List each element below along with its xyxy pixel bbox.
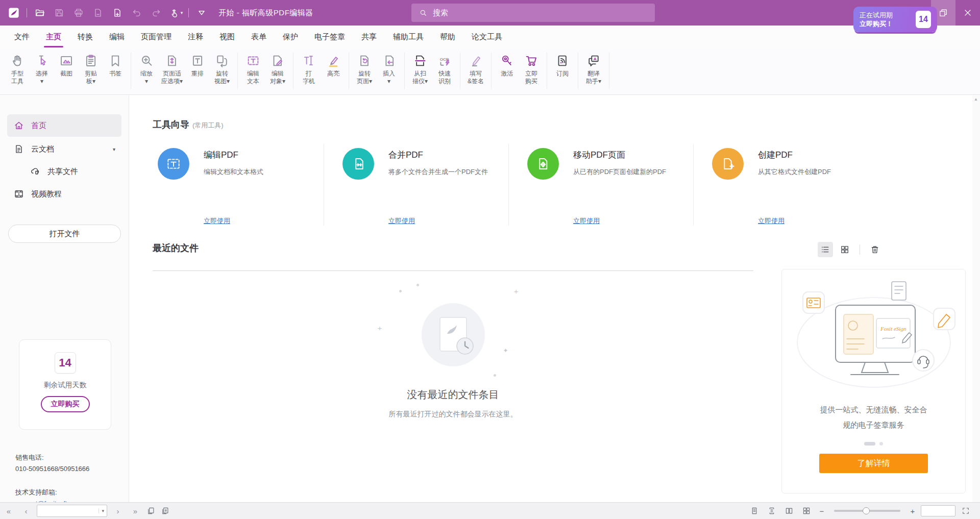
toolbar-edit-object-button[interactable]: 编辑对象▾	[266, 53, 289, 85]
zoom-value-box[interactable]	[921, 505, 955, 516]
menu-item-view[interactable]: 视图	[211, 26, 243, 48]
quick-access-buttons: ▾	[30, 4, 185, 22]
sidebar-item-shared-files[interactable]: 共享文件	[7, 161, 121, 182]
titlebar: ▾ 开始 - 福昕高级PDF编辑器 搜索 ▾ ▾	[0, 0, 980, 26]
previous-page-button[interactable]: ‹	[17, 507, 35, 515]
page-layout-a-button[interactable]	[144, 505, 158, 517]
toolbar-rotate-pages-button[interactable]: 旋转页面▾	[353, 53, 376, 85]
menu-item-edit[interactable]: 编辑	[101, 26, 133, 48]
fill-sign-icon	[468, 53, 483, 68]
zoom-in-button[interactable]: +	[908, 507, 918, 515]
toolbar-translate-assistant-button[interactable]: A翻译助手▾	[582, 53, 605, 85]
toolbar-select-tool-button[interactable]: 选择▾	[31, 53, 53, 85]
sidebar-item-video-tutorials[interactable]: 视频教程	[7, 183, 121, 205]
toolbar-edit-text-button[interactable]: 编辑文本	[242, 53, 264, 85]
toolbar-label-line: &签名	[468, 78, 484, 85]
toolbar-rotate-view-button[interactable]: 旋转视图▾	[211, 53, 233, 85]
next-page-button[interactable]: ›	[109, 507, 127, 515]
toolbar-clipboard-button[interactable]: 剪贴板▾	[80, 53, 102, 85]
toolbar-from-scanner-button[interactable]: 从扫描仪▾	[409, 53, 431, 85]
carousel-dot[interactable]	[879, 442, 883, 446]
toolbar-buy-now-button[interactable]: 立即购买	[520, 53, 543, 85]
single-page-view-button[interactable]	[747, 505, 762, 517]
create-pdf-use-now-link[interactable]: 立即使用	[758, 216, 785, 226]
toolbar-fill-sign-button[interactable]: 填写&签名	[464, 53, 487, 85]
card-top: 创建PDF从其它格式文件创建PDF	[712, 144, 878, 180]
menu-item-file[interactable]: 文件	[6, 26, 38, 48]
toolbar-insert-page-button[interactable]: 插入▾	[378, 53, 400, 85]
redo-button[interactable]	[146, 4, 166, 22]
card-top: 编辑PDF编辑文档和文本格式	[158, 144, 324, 180]
toolbar-page-fit-options-button[interactable]: 页面适应选项▾	[160, 53, 184, 85]
edit-pdf-use-now-link[interactable]: 立即使用	[204, 216, 230, 226]
menu-item-help[interactable]: 帮助	[432, 26, 463, 48]
menu-item-convert[interactable]: 转换	[69, 26, 101, 48]
scroll-up-arrow-icon[interactable]: ▲	[974, 97, 978, 102]
menu-item-form[interactable]: 表单	[243, 26, 275, 48]
toolbar-typewriter-button[interactable]: 打字机	[298, 53, 320, 85]
page-number-input[interactable]	[37, 506, 99, 515]
fullscreen-button[interactable]	[959, 505, 973, 517]
toolbar-zoom-button[interactable]: 缩放▾	[135, 53, 158, 85]
menu-item-paper-tools[interactable]: 论文工具	[463, 26, 510, 48]
menu-item-comment[interactable]: 注释	[180, 26, 211, 48]
menu-item-share[interactable]: 共享	[353, 26, 385, 48]
learn-more-button[interactable]: 了解详情	[819, 454, 928, 473]
toolbar-label-line: ▾	[36, 78, 48, 85]
close-button[interactable]	[955, 0, 980, 26]
touch-mode-button[interactable]: ▾	[166, 4, 185, 22]
toolbar-quick-ocr-button[interactable]: OCR快速识别	[433, 53, 456, 85]
facing-continuous-view-button[interactable]	[799, 505, 814, 517]
menu-item-accessibility[interactable]: 辅助工具	[385, 26, 432, 48]
search-input[interactable]: 搜索	[411, 4, 655, 22]
merge-pdf-use-now-link[interactable]: 立即使用	[388, 216, 415, 226]
continuous-view-button[interactable]	[765, 505, 779, 517]
toolbar-snapshot-button[interactable]: 截图	[55, 53, 78, 78]
menu-item-protect[interactable]: 保护	[275, 26, 306, 48]
toolbar-hand-tool-button[interactable]: 手型工具	[6, 53, 29, 85]
open-file-button[interactable]	[30, 4, 50, 22]
move-pdf-pages-use-now-link[interactable]: 立即使用	[573, 216, 600, 226]
trial-purchase-badge[interactable]: 正在试用期 立即购买！ 14	[853, 7, 937, 32]
sidebar-item-cloud-docs[interactable]: 云文档▾	[7, 138, 121, 160]
print-button[interactable]	[69, 4, 88, 22]
select-tool-icon-wrap	[34, 53, 50, 69]
save-button[interactable]	[50, 4, 69, 22]
page-box-caret-icon[interactable]: ▾	[99, 508, 107, 513]
translate-assistant-icon: A	[586, 53, 601, 68]
facing-view-button[interactable]	[782, 505, 796, 517]
toolbar-bookmark-button[interactable]: 书签	[104, 53, 127, 78]
open-file-button[interactable]: 打开文件	[8, 225, 121, 243]
toolbar-highlight-button[interactable]: 高亮	[322, 53, 345, 78]
collapse-ribbon-button[interactable]	[192, 4, 211, 22]
page-layout-b-button[interactable]	[158, 505, 173, 517]
delete-page-button[interactable]	[88, 4, 108, 22]
menu-item-page-manage[interactable]: 页面管理	[133, 26, 180, 48]
touch-mode-caret-icon[interactable]: ▾	[181, 10, 183, 15]
cloud-docs-caret-icon[interactable]: ▾	[113, 146, 115, 152]
grid-view-button[interactable]	[837, 242, 852, 257]
list-view-button[interactable]	[818, 242, 833, 257]
sidebar-item-home[interactable]: 首页	[7, 114, 121, 137]
toolbar-reflow-button[interactable]: 重排	[186, 53, 209, 78]
first-page-button[interactable]: «	[0, 507, 17, 515]
toolbar-activate-button[interactable]: 激活	[496, 53, 518, 78]
zoom-out-button[interactable]: −	[817, 507, 827, 515]
add-page-icon	[112, 7, 123, 18]
zoom-slider-handle[interactable]	[863, 507, 870, 514]
undo-button[interactable]	[127, 4, 146, 22]
last-page-button[interactable]: »	[127, 507, 144, 515]
carousel-dot-active[interactable]	[864, 442, 875, 446]
clear-recent-button[interactable]	[867, 242, 883, 257]
toolbar-label-line: 旋转	[214, 70, 230, 78]
highlight-icon	[326, 53, 341, 68]
menu-item-label: 视图	[219, 32, 235, 42]
zoom-slider[interactable]	[834, 510, 900, 512]
content-scrollbar[interactable]: ▲	[972, 95, 980, 502]
menu-item-home[interactable]: 主页	[38, 26, 69, 48]
buy-now-button[interactable]: 立即购买	[41, 396, 90, 412]
menu-item-esign[interactable]: 电子签章	[306, 26, 353, 48]
app-logo-icon[interactable]	[5, 4, 22, 22]
toolbar-subscribe-button[interactable]: 订阅	[551, 53, 574, 78]
add-page-button[interactable]	[108, 4, 127, 22]
